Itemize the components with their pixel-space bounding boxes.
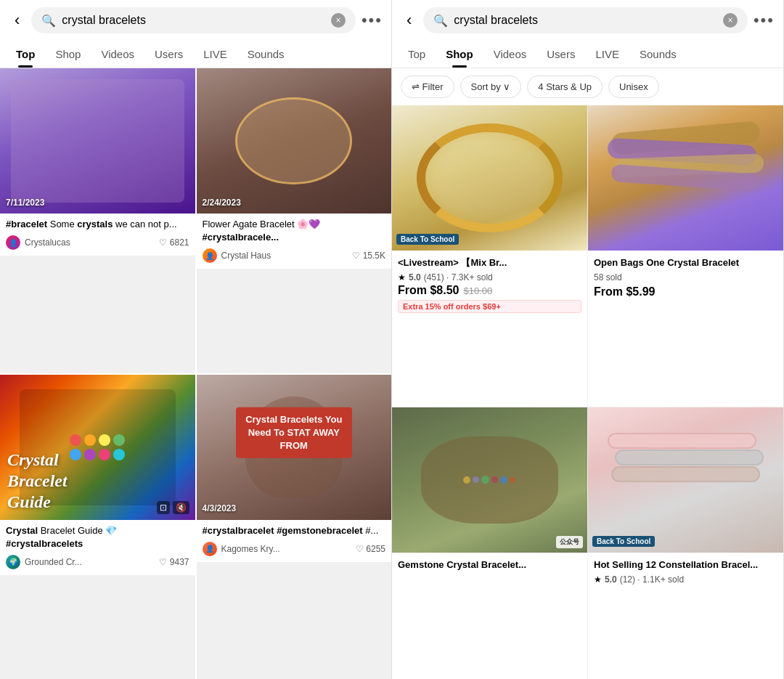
right-tab-top[interactable]: Top	[398, 41, 436, 68]
left-search-box[interactable]: 🔍 crystal bracelets ×	[31, 7, 356, 33]
avatar-2: 👤	[203, 248, 217, 263]
right-search-box[interactable]: 🔍 crystal bracelets ×	[423, 7, 748, 33]
avatar-1: 👤	[6, 235, 20, 250]
video-meta-1: 👤 Crystalucas ♡ 6821	[6, 235, 189, 250]
shop-price-current-1: From $8.50	[398, 284, 459, 297]
video-date-2: 2/24/2023	[203, 198, 241, 208]
video-card-3[interactable]: CrystalBraceletGuide ⊡ 🔇 Crystal Bracele…	[0, 375, 195, 680]
shop-title-4: Hot Selling 12 Constellation Bracel...	[594, 558, 777, 572]
left-search-bar: ‹ 🔍 crystal bracelets × •••	[0, 0, 391, 41]
left-tab-videos[interactable]: Videos	[91, 41, 144, 68]
left-tab-live[interactable]: LIVE	[193, 41, 237, 68]
shop-rating-4: ★ 5.0 (12) · 1.1K+ sold	[594, 574, 777, 585]
shop-rating-1: ★ 5.0 (451) · 7.3K+ sold	[398, 272, 581, 282]
right-panel: ‹ 🔍 crystal bracelets × ••• Top Shop Vid…	[392, 0, 784, 679]
video-meta-4: 👤 Kagomes Kry... ♡ 6255	[203, 542, 386, 556]
shop-card-1[interactable]: Back To School <Livestream> 【Mix Br... ★…	[392, 105, 587, 407]
likes-2: ♡ 15.5K	[352, 251, 385, 261]
shop-grid: Back To School <Livestream> 【Mix Br... ★…	[392, 105, 783, 679]
video-thumb-2: 2/24/2023	[197, 68, 392, 214]
likes-1: ♡ 6821	[159, 237, 189, 248]
avatar-4: 👤	[203, 542, 217, 556]
username-1: Crystalucas	[25, 237, 155, 248]
sound-icon: 🔇	[173, 501, 189, 514]
video-thumb-1: 7/11/2023	[0, 68, 195, 214]
left-back-button[interactable]: ‹	[9, 8, 25, 33]
red-banner-4: Crystal Bracelets You Need To STAT AWAY …	[236, 407, 352, 458]
shop-img-4: Back To School	[588, 407, 783, 553]
video-date-1: 7/11/2023	[6, 198, 44, 208]
shop-card-4[interactable]: Back To School Hot Selling 12 Constellat…	[588, 407, 783, 680]
right-more-button[interactable]: •••	[754, 11, 775, 30]
shop-title-1: <Livestream> 【Mix Br...	[398, 256, 581, 269]
right-back-button[interactable]: ‹	[401, 8, 417, 33]
shop-title-2: Open Bags One Crystal Bracelet	[594, 256, 777, 269]
right-tab-sounds[interactable]: Sounds	[629, 41, 687, 68]
right-clear-button[interactable]: ×	[723, 13, 738, 28]
video-title-1: #bracelet Some crystals we can not p...	[6, 218, 189, 231]
video-thumb-3: CrystalBraceletGuide ⊡ 🔇	[0, 375, 195, 520]
left-tab-shop[interactable]: Shop	[45, 41, 91, 68]
video-info-2: Flower Agate Bracelet 🌸💜 #crystalbracele…	[197, 214, 392, 269]
username-3: Grounded Cr...	[25, 557, 155, 567]
right-tab-users[interactable]: Users	[536, 41, 585, 68]
shop-info-2: Open Bags One Crystal Bracelet 58 sold F…	[588, 251, 783, 309]
video-title-4: #crystalbracelet #gemstonebracelet #...	[203, 524, 386, 537]
likes-3: ♡ 9437	[159, 557, 189, 567]
left-panel: ‹ 🔍 crystal bracelets × ••• Top Shop Vid…	[0, 0, 392, 679]
video-title-3: Crystal Bracelet Guide 💎 #crystalbracele…	[6, 524, 189, 550]
video-meta-2: 👤 Crystal Haus ♡ 15.5K	[203, 248, 386, 263]
right-search-bar: ‹ 🔍 crystal bracelets × •••	[392, 0, 783, 41]
shop-price-current-2: From $5.99	[594, 285, 655, 298]
video-icons-3: ⊡ 🔇	[157, 501, 189, 514]
shop-info-3: Gemstone Crystal Bracelet...	[392, 553, 587, 582]
filter-chip-unisex[interactable]: Unisex	[608, 76, 659, 98]
video-card-2[interactable]: 2/24/2023 Flower Agate Bracelet 🌸💜 #crys…	[197, 68, 392, 373]
right-tab-live[interactable]: LIVE	[585, 41, 629, 68]
video-title-2: Flower Agate Bracelet 🌸💜 #crystalbracele…	[203, 218, 386, 244]
video-date-4: 4/3/2023	[203, 501, 237, 514]
left-search-query: crystal bracelets	[62, 14, 325, 27]
video-thumb-4: Crystal Bracelets You Need To STAT AWAY …	[197, 375, 392, 520]
left-tab-users[interactable]: Users	[144, 41, 193, 68]
filter-chip-filter[interactable]: ⇌ Filter	[401, 76, 454, 98]
save-icon: ⊡	[157, 501, 170, 514]
video-info-1: #bracelet Some crystals we can not p... …	[0, 214, 195, 256]
avatar-3: 🌍	[6, 555, 20, 569]
shop-img-2	[588, 105, 783, 251]
shop-sold-2: 58 sold	[594, 272, 777, 282]
username-2: Crystal Haus	[221, 251, 348, 261]
right-search-query: crystal bracelets	[454, 14, 717, 27]
shop-card-3[interactable]: 公众号 Gemstone Crystal Bracelet...	[392, 407, 587, 680]
video-card-4[interactable]: Crystal Bracelets You Need To STAT AWAY …	[197, 375, 392, 680]
right-tabs: Top Shop Videos Users LIVE Sounds	[392, 41, 783, 68]
shop-title-3: Gemstone Crystal Bracelet...	[398, 558, 581, 572]
right-search-icon: 🔍	[433, 14, 448, 28]
shop-discount-1: Extra 15% off orders $69+	[398, 300, 581, 313]
video-meta-3: 🌍 Grounded Cr... ♡ 9437	[6, 555, 189, 569]
left-tab-sounds[interactable]: Sounds	[237, 41, 295, 68]
shop-img-3: 公众号	[392, 407, 587, 553]
right-tab-videos[interactable]: Videos	[483, 41, 537, 68]
shop-price-original-1: $10.00	[463, 285, 492, 296]
shop-img-1: Back To School	[392, 105, 587, 251]
left-clear-button[interactable]: ×	[331, 13, 346, 28]
video-card-1[interactable]: 7/11/2023 #bracelet Some crystals we can…	[0, 68, 195, 373]
shop-price-row-1: From $8.50 $10.00	[398, 284, 581, 297]
watermark: 公众号	[556, 536, 583, 548]
filter-chip-sort[interactable]: Sort by ∨	[460, 76, 522, 98]
video-info-3: Crystal Bracelet Guide 💎 #crystalbracele…	[0, 520, 195, 575]
username-4: Kagomes Kry...	[221, 544, 351, 554]
shop-card-2[interactable]: Open Bags One Crystal Bracelet 58 sold F…	[588, 105, 783, 407]
left-search-icon: 🔍	[41, 14, 56, 28]
likes-4: ♡ 6255	[356, 544, 385, 554]
left-tabs: Top Shop Videos Users LIVE Sounds	[0, 41, 391, 68]
left-video-grid: 7/11/2023 #bracelet Some crystals we can…	[0, 68, 391, 679]
shop-info-4: Hot Selling 12 Constellation Bracel... ★…	[588, 553, 783, 593]
left-more-button[interactable]: •••	[362, 11, 383, 30]
shop-badge-1: Back To School	[396, 234, 459, 245]
filter-chip-stars[interactable]: 4 Stars & Up	[527, 76, 603, 98]
shop-price-row-2: From $5.99	[594, 285, 777, 298]
right-tab-shop[interactable]: Shop	[436, 41, 483, 68]
left-tab-top[interactable]: Top	[6, 41, 45, 68]
